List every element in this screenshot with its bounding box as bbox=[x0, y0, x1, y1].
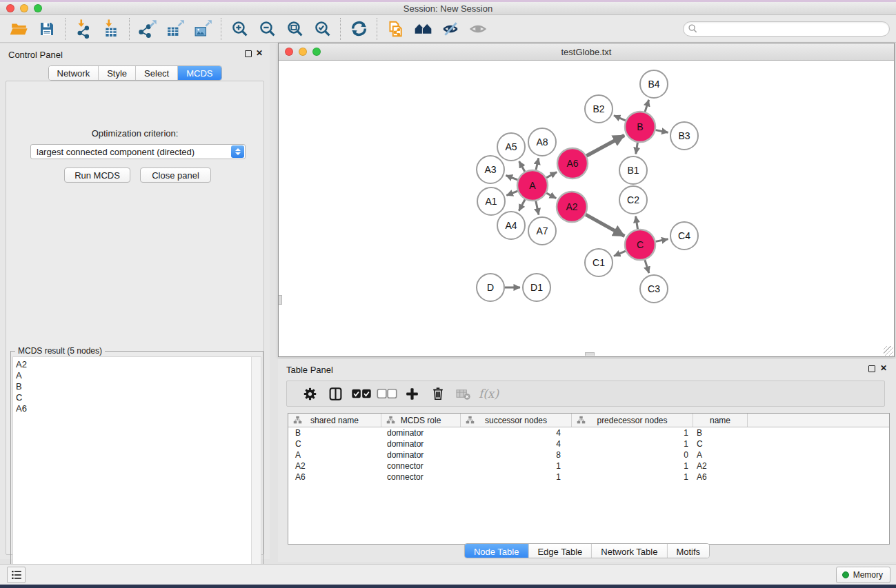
edge-A-A1 bbox=[506, 191, 517, 195]
node-B[interactable]: B bbox=[625, 112, 655, 142]
open-session-icon[interactable] bbox=[6, 17, 33, 41]
delete-column-icon[interactable] bbox=[425, 383, 450, 404]
mcds-result-item[interactable]: C bbox=[16, 392, 251, 403]
node-A1[interactable]: A1 bbox=[477, 187, 505, 215]
canvas-bottom-handle[interactable] bbox=[585, 352, 595, 356]
network-window-titlebar: testGlobe.txt bbox=[279, 43, 894, 61]
zoom-out-icon[interactable] bbox=[253, 17, 281, 41]
network-canvas[interactable]: AA1A2A3A4A5A6A7A8BB1B2B3B4CC1C2C3C4DD1 bbox=[279, 61, 894, 356]
node-B3[interactable]: B3 bbox=[670, 122, 698, 150]
tab-style[interactable]: Style bbox=[99, 66, 136, 80]
tab-network[interactable]: Network bbox=[48, 66, 99, 80]
node-B2[interactable]: B2 bbox=[585, 95, 613, 123]
import-network-icon[interactable] bbox=[70, 17, 97, 41]
window-resize-grip[interactable] bbox=[884, 346, 893, 356]
node-A2[interactable]: A2 bbox=[557, 192, 587, 222]
table-cell: A bbox=[693, 450, 748, 460]
refresh-layout-icon[interactable] bbox=[345, 17, 372, 41]
column-header-name[interactable]: name bbox=[693, 414, 748, 427]
node-A7[interactable]: A7 bbox=[528, 217, 556, 245]
node-C[interactable]: C bbox=[625, 230, 655, 260]
import-table-icon[interactable] bbox=[97, 17, 125, 41]
table-row[interactable]: A2connector11A2 bbox=[288, 460, 889, 472]
node-A8[interactable]: A8 bbox=[528, 128, 556, 156]
save-session-icon[interactable] bbox=[33, 17, 61, 41]
export-network-icon[interactable] bbox=[134, 17, 161, 41]
column-header-shared-name[interactable]: shared name bbox=[288, 414, 381, 427]
zoom-in-icon[interactable] bbox=[226, 17, 253, 41]
node-C3[interactable]: C3 bbox=[640, 275, 668, 303]
node-A6[interactable]: A6 bbox=[557, 148, 588, 179]
hide-all-columns-icon[interactable] bbox=[374, 383, 399, 404]
column-header-predecessor-nodes[interactable]: predecessor nodes bbox=[572, 414, 693, 427]
hide-graphics-details-icon[interactable] bbox=[437, 17, 464, 41]
table-row[interactable]: A6connector11A6 bbox=[288, 472, 889, 483]
split-panel-icon[interactable] bbox=[323, 383, 348, 404]
mcds-result-item[interactable]: B bbox=[16, 381, 251, 392]
mcds-pane: Optimization criterion: largest connecte… bbox=[6, 81, 264, 555]
tab-motifs[interactable]: Motifs bbox=[667, 544, 709, 558]
show-all-columns-icon[interactable] bbox=[348, 383, 374, 404]
network-overview-icon[interactable] bbox=[409, 17, 437, 41]
table-settings-icon-glyph bbox=[303, 387, 317, 401]
node-A[interactable]: A bbox=[517, 170, 548, 201]
delete-table-icon bbox=[450, 383, 476, 404]
tab-mcds[interactable]: MCDS bbox=[178, 66, 221, 80]
zoom-selected-icon[interactable] bbox=[308, 17, 336, 41]
mcds-result-item[interactable]: A bbox=[16, 370, 251, 381]
column-header-successor-nodes[interactable]: successor nodes bbox=[461, 414, 572, 427]
column-header-MCDS-role[interactable]: MCDS role bbox=[381, 414, 461, 427]
mcds-result-item[interactable]: A6 bbox=[16, 403, 251, 414]
toolbar-separator bbox=[377, 18, 377, 40]
birds-eye-view-icon-glyph bbox=[469, 20, 487, 38]
node-B4[interactable]: B4 bbox=[640, 70, 668, 98]
duplicate-network-icon[interactable] bbox=[381, 17, 409, 41]
tab-edge-table[interactable]: Edge Table bbox=[528, 544, 592, 558]
node-A5[interactable]: A5 bbox=[497, 133, 525, 161]
tab-select[interactable]: Select bbox=[136, 66, 178, 80]
tab-network-table[interactable]: Network Table bbox=[592, 544, 667, 558]
export-image-icon[interactable] bbox=[189, 17, 217, 41]
node-B1[interactable]: B1 bbox=[619, 156, 647, 184]
optimization-criterion-select[interactable]: largest connected component (directed) bbox=[30, 144, 246, 159]
canvas-left-handle[interactable] bbox=[279, 295, 282, 305]
node-C4[interactable]: C4 bbox=[670, 222, 698, 250]
search-input[interactable] bbox=[701, 24, 884, 34]
show-all-columns-icon-glyph bbox=[351, 388, 372, 399]
mcds-result-listwrap: A2ABCA6 bbox=[12, 356, 261, 587]
add-column-icon[interactable] bbox=[399, 383, 425, 404]
function-builder-icon-glyph: f(x) bbox=[479, 387, 499, 401]
node-A4[interactable]: A4 bbox=[497, 212, 525, 239]
run-mcds-button[interactable]: Run MCDS bbox=[64, 168, 130, 183]
node-table-body: Bdominator41BCdominator41CAdominator80AA… bbox=[288, 427, 889, 483]
node-D1[interactable]: D1 bbox=[523, 274, 550, 301]
mcds-result-title: MCDS result (5 nodes) bbox=[15, 346, 105, 356]
node-C2[interactable]: C2 bbox=[619, 186, 647, 214]
table-panel-float-icon[interactable] bbox=[868, 365, 875, 372]
node-A3[interactable]: A3 bbox=[477, 156, 504, 183]
memory-button[interactable]: Memory bbox=[836, 567, 890, 583]
node-D[interactable]: D bbox=[477, 274, 504, 301]
table-row[interactable]: Cdominator41C bbox=[288, 438, 889, 449]
control-panel-float-icon[interactable] bbox=[245, 50, 252, 57]
function-builder-icon: f(x) bbox=[476, 383, 501, 404]
node-label-C1: C1 bbox=[593, 257, 605, 268]
table-settings-icon[interactable] bbox=[297, 383, 323, 404]
tab-node-table[interactable]: Node Table bbox=[465, 544, 529, 558]
column-label: predecessor nodes bbox=[597, 416, 667, 425]
mcds-result-scrollbar[interactable] bbox=[251, 357, 261, 586]
control-panel-close-icon[interactable]: ✕ bbox=[256, 48, 263, 58]
node-label-C3: C3 bbox=[648, 283, 660, 294]
close-panel-button[interactable]: Close panel bbox=[140, 168, 211, 183]
node-C1[interactable]: C1 bbox=[585, 249, 613, 276]
table-row[interactable]: Bdominator41B bbox=[288, 427, 889, 438]
mcds-result-item[interactable]: A2 bbox=[16, 359, 251, 370]
zoom-fit-icon[interactable] bbox=[281, 17, 308, 41]
table-panel-close-icon[interactable]: ✕ bbox=[880, 363, 887, 373]
memory-status-icon bbox=[842, 571, 849, 578]
memory-label: Memory bbox=[853, 570, 883, 580]
search-box[interactable] bbox=[683, 21, 890, 37]
table-row[interactable]: Adominator80A bbox=[288, 449, 889, 460]
task-history-button[interactable] bbox=[7, 567, 26, 583]
export-table-icon[interactable] bbox=[161, 17, 189, 41]
